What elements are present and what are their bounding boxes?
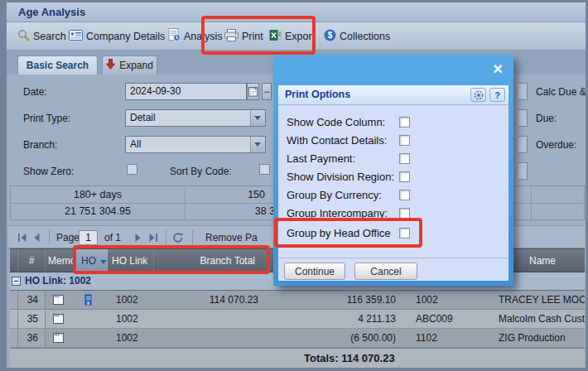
print-type-value: Detail	[130, 112, 156, 123]
building-icon	[83, 294, 94, 306]
calendar-button[interactable]	[247, 83, 259, 100]
head-office-cell[interactable]	[75, 291, 108, 309]
name-cell: TRACEY LEE MOODLEY	[484, 291, 585, 309]
grid-totals-row: Totals: 114 070.23	[10, 348, 585, 368]
show-code-column-checkbox[interactable]	[399, 117, 410, 128]
option-show-code-column: Show Code Column:	[278, 116, 508, 131]
page-number-input[interactable]	[79, 230, 98, 245]
tab-expand[interactable]: Expand	[102, 55, 157, 75]
print-options-dialog: × Print Options ? Show Code Column: With…	[273, 55, 513, 286]
print-type-label: Print Type:	[23, 113, 70, 124]
clear-date-button[interactable]: −	[262, 83, 272, 100]
branch-total-cell	[154, 329, 269, 347]
with-contact-details-checkbox[interactable]	[399, 135, 410, 146]
option-group-by-currency: Group By Currency:	[278, 189, 508, 204]
amount-cell: 4 211.13	[269, 310, 402, 328]
head-office-cell	[75, 329, 108, 347]
sort-by-code-label: Sort By Code:	[170, 166, 232, 177]
code-cell: ABC009	[402, 310, 484, 328]
chevron-down-icon[interactable]	[250, 137, 265, 152]
column-header-number[interactable]: #	[18, 249, 46, 272]
magnifier-icon	[17, 29, 30, 44]
summary-150-title: 150	[185, 189, 273, 200]
help-icon[interactable]: ?	[489, 88, 505, 102]
chevron-down-icon[interactable]	[250, 110, 265, 126]
memo-cell[interactable]	[46, 310, 75, 328]
memo-cell[interactable]	[46, 291, 75, 309]
date-value: 2024-09-30	[130, 85, 181, 97]
date-label: Date:	[23, 86, 47, 98]
amount-cell: (6 500.00)	[269, 329, 402, 347]
print-type-dropdown[interactable]: Detail	[125, 109, 266, 127]
table-row[interactable]: 34 1002 114 070.23 116 359.10 1002 TRACE…	[10, 291, 585, 310]
field-fragment	[518, 83, 528, 100]
tab-basic-search[interactable]: Basic Search	[17, 55, 98, 75]
refresh-icon[interactable]	[172, 232, 184, 243]
search-label: Search	[33, 31, 66, 42]
code-cell: 1002	[402, 291, 484, 309]
row-number: 34	[18, 291, 46, 309]
company-details-button[interactable]: Company Details	[69, 22, 165, 50]
field-fragment	[518, 109, 528, 127]
ho-link-cell: 1002	[108, 291, 154, 309]
ho-link-cell: 1002	[108, 329, 154, 347]
option-label: With Contact Details:	[287, 134, 387, 147]
page-of-label: of 1	[104, 232, 121, 243]
pager-separator	[166, 230, 166, 245]
totals-value: Totals: 114 070.23	[304, 352, 395, 364]
row-number: 35	[18, 310, 46, 328]
summary-180-title: 180+ days	[11, 189, 185, 200]
option-last-payment: Last Payment:	[278, 152, 508, 167]
analysis-icon	[168, 28, 181, 44]
code-cell: 1102	[402, 329, 484, 347]
show-division-region-checkbox[interactable]	[399, 171, 410, 182]
table-row[interactable]: 36 1002 (6 500.00) 1102 ZIG Production	[10, 329, 585, 348]
first-page-button[interactable]	[17, 232, 28, 243]
memo-cell[interactable]	[46, 329, 75, 347]
tab-basic-search-label: Basic Search	[27, 60, 89, 71]
collapse-group-icon[interactable]	[12, 277, 21, 286]
row-indicator	[10, 310, 18, 328]
page-title: Age Analysis	[18, 6, 85, 18]
branch-value: All	[130, 138, 141, 150]
age-analysis-window: Age Analysis Search Company Details Anal…	[0, 0, 588, 371]
continue-button[interactable]: Continue	[284, 263, 345, 280]
page-label: Page	[56, 232, 80, 243]
memo-icon	[53, 295, 64, 305]
overdue-label: Overdue:	[536, 139, 588, 151]
calc-due-overdue-label: Calc Due & O	[536, 86, 588, 98]
highlight-group-by-head-office	[274, 218, 422, 248]
option-label: Show Code Column:	[287, 116, 385, 128]
table-row[interactable]: 35 1002 4 211.13 ABC009 Malcolm Cash Cus…	[10, 310, 585, 329]
last-page-button[interactable]	[147, 232, 159, 243]
collections-button[interactable]: $ Collections	[324, 22, 390, 50]
show-zero-label: Show Zero:	[23, 166, 74, 177]
last-payment-checkbox[interactable]	[399, 153, 410, 164]
name-cell: ZIG Production	[484, 329, 585, 347]
remove-page-button[interactable]: Remove Pa	[205, 232, 258, 243]
collections-label: Collections	[340, 31, 390, 42]
group-by-currency-checkbox[interactable]	[399, 190, 410, 200]
tab-expand-label: Expand	[119, 60, 153, 71]
memo-icon	[53, 314, 64, 324]
date-input[interactable]: 2024-09-30	[125, 83, 247, 100]
column-header-memo[interactable]: Memo	[46, 249, 75, 272]
row-number: 36	[18, 329, 46, 347]
close-icon[interactable]: ×	[489, 59, 507, 79]
previous-page-button[interactable]	[31, 232, 42, 243]
row-indicator-header	[10, 249, 18, 272]
id-card-icon	[69, 30, 83, 43]
dialog-panel: Print Options ? Show Code Column: With C…	[278, 85, 508, 281]
next-page-button[interactable]	[133, 232, 144, 243]
due-label: Due:	[536, 113, 588, 124]
cancel-button[interactable]: Cancel	[354, 263, 417, 280]
search-button[interactable]: Search	[17, 22, 66, 50]
highlight-grid-columns	[73, 245, 270, 274]
branch-dropdown[interactable]: All	[125, 136, 266, 153]
sort-by-code-checkbox[interactable]	[259, 164, 270, 175]
gear-icon[interactable]	[470, 88, 486, 102]
show-zero-checkbox[interactable]	[127, 164, 137, 175]
group-label: HO Link: 1002	[25, 275, 91, 287]
option-label: Last Payment:	[287, 152, 355, 165]
expand-arrow-icon	[106, 59, 115, 72]
